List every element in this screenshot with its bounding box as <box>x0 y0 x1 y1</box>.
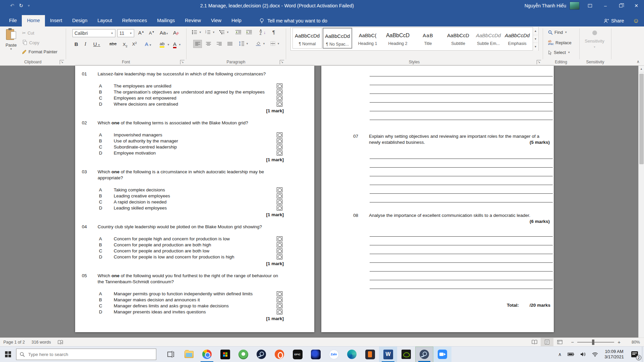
format-painter-button[interactable]: Format Painter <box>22 49 57 54</box>
highlight-dropdown-icon[interactable]: ▼ <box>167 43 170 46</box>
style-subtle-emphasis[interactable]: AaBbCcDd Subtle Em... <box>474 28 503 49</box>
scrollbar-thumb[interactable] <box>639 74 644 164</box>
tab-references[interactable]: References <box>117 15 152 26</box>
redo-icon[interactable]: ↻ <box>19 3 23 9</box>
close-button[interactable]: ✕ <box>629 0 644 11</box>
increase-indent-button[interactable] <box>246 30 252 35</box>
action-center-button[interactable]: 2 <box>627 347 642 362</box>
tray-expand-icon[interactable]: ∧ <box>555 352 565 357</box>
ribbon-display-options-button[interactable] <box>582 0 598 11</box>
undo-icon[interactable]: ↶ <box>10 3 14 9</box>
answer-checkbox[interactable] <box>277 83 282 88</box>
answer-checkbox[interactable] <box>277 248 282 253</box>
show-desktop-button[interactable] <box>642 347 644 362</box>
read-mode-button[interactable] <box>528 338 541 347</box>
clock[interactable]: 10:09 AM 3/17/2021 <box>601 349 627 360</box>
style-normal[interactable]: AaBbCcDd ¶ Normal <box>292 28 322 49</box>
answer-checkbox[interactable] <box>277 187 282 192</box>
answer-checkbox[interactable] <box>277 193 282 198</box>
font-size-combobox[interactable]: 11▼ <box>117 29 134 37</box>
answer-checkbox[interactable] <box>277 236 282 241</box>
paste-button[interactable]: Paste ▼ <box>3 28 19 51</box>
find-button[interactable]: Find▼ <box>548 30 567 35</box>
styles-dialog-launcher[interactable]: ↘ <box>537 60 541 64</box>
answer-checkbox[interactable] <box>277 132 282 137</box>
italic-button[interactable]: I <box>85 41 86 47</box>
start-button[interactable] <box>0 347 16 362</box>
steam-button[interactable] <box>252 347 270 362</box>
clipboard-dialog-launcher[interactable]: ↘ <box>60 60 64 64</box>
copy-button[interactable]: Copy <box>22 40 39 45</box>
document-page-2[interactable]: 07 Explain why setting objectives and re… <box>321 66 554 332</box>
epic-games-button[interactable]: EPIC <box>288 347 307 362</box>
font-family-combobox[interactable]: Calibri▼ <box>72 29 115 37</box>
shrink-font-button[interactable]: A▼ <box>149 31 155 36</box>
clear-formatting-button[interactable]: A <box>173 30 179 36</box>
feedback-smiley-icon[interactable]: ☺ <box>633 17 639 24</box>
word-count[interactable]: 316 words <box>28 338 54 347</box>
answer-checkbox[interactable] <box>277 96 282 101</box>
task-view-button[interactable] <box>162 347 180 362</box>
scroll-up-icon[interactable]: ▲ <box>639 66 644 72</box>
android-emulator-button[interactable] <box>361 347 379 362</box>
style-heading2[interactable]: AaBbCcD Heading 2 <box>383 28 413 49</box>
account-name[interactable]: Nguyễn Thanh Hiếu <box>525 3 566 8</box>
highlight-color-button[interactable]: ab <box>160 41 164 48</box>
page-indicator[interactable]: Page 1 of 2 <box>0 338 28 347</box>
answer-checkbox[interactable] <box>277 291 282 296</box>
game-launcher-button[interactable] <box>307 347 325 362</box>
tab-file[interactable]: File <box>4 15 22 26</box>
answer-checkbox[interactable] <box>277 150 282 156</box>
cut-button[interactable]: ✂Cut <box>22 31 34 36</box>
answer-checkbox[interactable] <box>277 205 282 210</box>
answer-checkbox[interactable] <box>277 144 282 149</box>
show-paragraph-marks-button[interactable]: ¶ <box>272 29 275 35</box>
zoom-out-button[interactable]: − <box>571 339 574 345</box>
style-no-spacing[interactable]: AaBbCcDd ¶ No Spac... <box>323 28 352 49</box>
underline-button[interactable]: U ▼ <box>93 41 100 47</box>
numbering-button[interactable]: 12▼ <box>205 30 215 35</box>
style-emphasis[interactable]: AaBbCcDd Emphasis <box>502 28 532 49</box>
answer-checkbox[interactable] <box>277 199 282 204</box>
answer-checkbox[interactable] <box>277 297 282 302</box>
proofing-status[interactable] <box>54 338 66 347</box>
tab-mailings[interactable]: Mailings <box>152 15 180 26</box>
paragraph-dialog-launcher[interactable]: ↘ <box>280 60 284 64</box>
tab-home[interactable]: Home <box>22 15 45 26</box>
vertical-scrollbar[interactable]: ▲ <box>638 66 644 338</box>
tell-me-box[interactable]: Tell me what you want to do <box>256 15 331 26</box>
multilevel-list-button[interactable]: ▼ <box>219 30 229 35</box>
print-layout-button[interactable] <box>541 338 553 347</box>
edge-button[interactable] <box>343 347 361 362</box>
tab-view[interactable]: View <box>206 15 226 26</box>
sort-button[interactable]: AZ↓ <box>260 29 266 35</box>
font-dialog-launcher[interactable]: ↘ <box>180 60 184 64</box>
document-canvas[interactable]: 01 Laissez-faire leadership may be succe… <box>0 66 644 338</box>
select-button[interactable]: Select▼ <box>548 50 570 55</box>
tab-review[interactable]: Review <box>180 15 206 26</box>
font-color-button[interactable]: A <box>173 41 176 48</box>
styles-scroll-down-icon[interactable]: ▼ <box>533 35 538 43</box>
nvidia-geforce-button[interactable] <box>397 347 415 362</box>
zoom-in-button[interactable]: + <box>618 339 621 345</box>
origin-button[interactable] <box>270 347 288 362</box>
collapse-ribbon-icon[interactable]: ∧ <box>637 59 640 64</box>
borders-button[interactable]: ▼ <box>270 41 280 46</box>
wifi-icon[interactable] <box>589 352 601 357</box>
font-color-dropdown-icon[interactable]: ▼ <box>178 43 181 46</box>
text-effects-button[interactable]: A ▼ <box>145 41 152 47</box>
styles-more-icon[interactable]: ▼ <box>533 43 538 51</box>
style-title[interactable]: AaB Title <box>413 28 443 49</box>
answer-checkbox[interactable] <box>277 309 282 314</box>
zoom-slider[interactable] <box>577 342 614 343</box>
answer-checkbox[interactable] <box>277 138 282 143</box>
coc-coc-button[interactable] <box>234 347 252 362</box>
answer-checkbox[interactable] <box>277 102 282 107</box>
tab-help[interactable]: Help <box>226 15 247 26</box>
answer-checkbox[interactable] <box>277 89 282 95</box>
align-center-button[interactable] <box>204 40 213 48</box>
justify-button[interactable] <box>225 40 234 48</box>
style-heading1[interactable]: AaBbC( Heading 1 <box>353 28 382 49</box>
file-explorer-button[interactable] <box>180 347 198 362</box>
decrease-indent-button[interactable] <box>235 30 241 35</box>
